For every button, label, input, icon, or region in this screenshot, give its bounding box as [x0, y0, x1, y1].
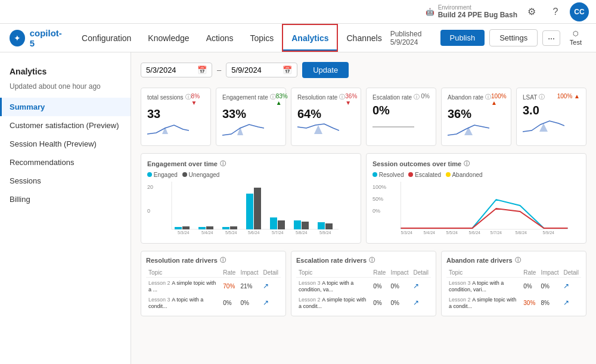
metric-label-total-sessions: total sessions ⓘ	[147, 93, 191, 101]
col-rate-abandon: Rate	[521, 268, 538, 278]
metric-value-total-sessions: 33	[147, 107, 204, 121]
col-detail-escalation: Detail	[411, 268, 431, 278]
abandon-row1-detail[interactable]: ↗	[561, 278, 581, 295]
metric-change-total-sessions: 8% ▼	[191, 93, 204, 106]
driver-card-abandon: Abandon rate drivers ⓘ Topic Rate Impact…	[441, 251, 586, 316]
info-icon-engagement-rate[interactable]: ⓘ	[270, 93, 276, 101]
date-row: 📅 – 📅 Update	[141, 62, 586, 78]
chart-legend-session-outcomes: Resolved Escalated Abandoned	[372, 172, 580, 178]
settings-icon-btn[interactable]: ⚙	[522, 2, 541, 21]
info-icon-escalation-driver[interactable]: ⓘ	[369, 256, 375, 265]
nav-item-configuration[interactable]: Configuration	[73, 24, 139, 52]
legend-escalated: Escalated	[408, 172, 441, 178]
nav-item-actions[interactable]: Actions	[198, 24, 242, 52]
abandon-row2-topic: Lesson 2 A simple topic with a condit...	[446, 294, 521, 311]
sidebar-item-customer-satisfaction[interactable]: Customer satisfaction (Preview)	[0, 116, 131, 135]
info-icon-total-sessions[interactable]: ⓘ	[185, 93, 191, 101]
sidebar: Analytics Updated about one hour ago Sum…	[0, 52, 131, 364]
col-impact-escalation: Impact	[388, 268, 411, 278]
resolution-row2-detail[interactable]: ↗	[260, 294, 281, 311]
start-date-input[interactable]: 📅	[141, 63, 212, 77]
table-row: Lesson 3 A topic with a condition, vari.…	[446, 278, 581, 295]
start-date-field[interactable]	[146, 66, 194, 74]
sidebar-item-summary[interactable]: Summary	[0, 98, 131, 116]
info-icon-engagement-chart[interactable]: ⓘ	[220, 160, 226, 168]
escalation-row1-detail[interactable]: ↗	[411, 278, 431, 295]
resolution-row1-detail[interactable]: ↗	[260, 278, 281, 295]
info-icon-session-outcomes-chart[interactable]: ⓘ	[464, 160, 470, 168]
test-button[interactable]: ⬡ Test	[565, 27, 586, 48]
sidebar-item-session-health[interactable]: Session Health (Preview)	[0, 135, 131, 153]
nav-right: Published 5/9/2024 Publish Settings ··· …	[390, 27, 586, 48]
svg-rect-18	[294, 220, 301, 229]
sparkline-total-sessions	[147, 122, 189, 139]
metric-value-escalation-rate: 0%	[372, 104, 430, 117]
settings-button[interactable]: Settings	[489, 29, 538, 46]
sparkline-abandon-rate	[448, 122, 489, 139]
escalation-row1-impact: 0%	[388, 278, 411, 295]
resolution-driver-table: Topic Rate Impact Detail Lesson 2 A simp…	[146, 268, 281, 311]
resolution-row1-rate: 70%	[221, 278, 238, 295]
sidebar-item-sessions[interactable]: Sessions	[0, 172, 131, 190]
more-button[interactable]: ···	[542, 30, 560, 46]
info-icon-lsat[interactable]: ⓘ	[539, 93, 545, 101]
info-icon-resolution-rate[interactable]: ⓘ	[339, 93, 345, 101]
sidebar-item-recommendations[interactable]: Recommendations	[0, 153, 131, 172]
svg-rect-11	[206, 226, 213, 229]
col-detail-abandon: Detail	[561, 268, 581, 278]
info-icon-escalation-rate[interactable]: ⓘ	[414, 93, 420, 101]
nav-item-analytics[interactable]: Analytics	[282, 24, 338, 52]
driver-title-escalation: Escalation rate drivers ⓘ	[296, 256, 431, 265]
user-avatar[interactable]: CC	[570, 2, 589, 21]
metric-label-resolution-rate: Resolution rate ⓘ	[297, 93, 345, 101]
svg-text:5/8/24: 5/8/24	[296, 231, 308, 235]
end-date-input[interactable]: 📅	[226, 63, 297, 77]
nav-bar: ✦ copilot-5 Configuration Knowledge Acti…	[0, 24, 596, 52]
metric-change-escalation-rate: 0%	[421, 93, 430, 99]
publish-button[interactable]: Publish	[440, 30, 485, 46]
chart-title-engagement: Engagement over time ⓘ	[147, 160, 355, 168]
svg-text:5/8/24: 5/8/24	[516, 231, 527, 235]
y-axis-label-engagement: 200	[147, 182, 153, 214]
session-outcomes-line-area: 5/3/24 5/4/24 5/5/24 5/6/24 5/7/24 5/8/2…	[389, 182, 580, 237]
svg-rect-13	[230, 226, 237, 229]
engagement-title-text: Engagement over time	[147, 160, 218, 167]
sidebar-item-billing[interactable]: Billing	[0, 190, 131, 209]
metric-card-abandon-rate: Abandon rate ⓘ 100% ▲ 36%	[441, 88, 511, 146]
info-icon-abandon-driver[interactable]: ⓘ	[515, 256, 521, 265]
resolution-row2-rate: 0%	[221, 294, 238, 311]
driver-title-escalation-text: Escalation rate drivers	[296, 257, 367, 264]
info-icon-abandon-rate[interactable]: ⓘ	[485, 93, 491, 101]
update-button[interactable]: Update	[302, 62, 349, 78]
resolution-row1-topic: Lesson 2 A simple topic with a ...	[146, 278, 221, 295]
nav-item-knowledge[interactable]: Knowledge	[139, 24, 197, 52]
table-row: Lesson 3 A topic with a condit... 0% 0% …	[146, 294, 281, 311]
metric-card-escalation-rate: Escalation rate ⓘ 0% 0%	[366, 88, 436, 146]
abandon-row2-detail[interactable]: ↗	[561, 294, 581, 311]
abandon-row2-impact: 8%	[538, 294, 561, 311]
metric-label-engagement-rate: Engagement rate ⓘ	[222, 93, 276, 101]
end-date-field[interactable]	[231, 66, 279, 74]
svg-text:5/5/24: 5/5/24	[446, 231, 458, 235]
resolution-row2-topic: Lesson 3 A topic with a condit...	[146, 294, 221, 311]
chart-card-session-outcomes: Session outcomes over time ⓘ Resolved Es…	[366, 153, 586, 244]
help-icon-btn[interactable]: ?	[546, 2, 565, 21]
engagement-chart-area: 200	[147, 182, 355, 237]
svg-text:5/6/24: 5/6/24	[469, 231, 481, 235]
escalation-driver-table: Topic Rate Impact Detail Lesson 3 A topi…	[296, 268, 431, 311]
sidebar-title: Analytics	[0, 62, 131, 81]
metric-change-lsat: 100% ▲	[557, 93, 580, 99]
escalation-row2-detail[interactable]: ↗	[411, 294, 431, 311]
col-impact-abandon: Impact	[538, 268, 561, 278]
calendar-icon-end: 📅	[283, 66, 292, 74]
legend-unengaged: Unengaged	[182, 172, 220, 178]
col-topic-resolution: Topic	[146, 268, 221, 278]
env-name: Build 24 PPE Bug Bash	[438, 11, 517, 19]
table-row: Lesson 2 A simple topic with a ... 70% 2…	[146, 278, 281, 295]
chart-title-session-outcomes: Session outcomes over time ⓘ	[372, 160, 580, 168]
svg-rect-8	[175, 227, 182, 229]
nav-item-channels[interactable]: Channels	[338, 24, 390, 52]
metrics-row: total sessions ⓘ 8% ▼ 33 Engagem	[141, 88, 586, 146]
info-icon-resolution-driver[interactable]: ⓘ	[220, 256, 226, 265]
nav-item-topics[interactable]: Topics	[242, 24, 283, 52]
